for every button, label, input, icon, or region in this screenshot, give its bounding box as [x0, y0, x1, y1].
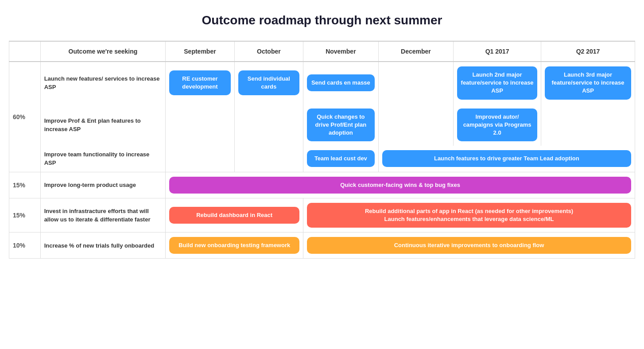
outcome-15-infra: Invest in infrastracture efforts that wi… [40, 198, 166, 232]
card-rebuild-additional: Rebuild additional parts of app in React… [307, 203, 631, 228]
header-sep: September [166, 41, 234, 62]
table-row: 10% Increase % of new trials fully onboa… [9, 233, 635, 259]
pct-60: 60% [9, 62, 41, 172]
cell-60-3-nov: Team lead cust dev [303, 146, 379, 172]
card-launch-3rd: Launch 3rd major feature/service to incr… [545, 66, 631, 100]
header-outcome: Outcome we're seeking [40, 41, 166, 62]
cell-60-1-q1: Launch 2nd major feature/service to incr… [454, 62, 541, 104]
card-quick-wins: Quick customer-facing wins & top bug fix… [169, 177, 631, 194]
cell-60-1-nov: Send cards en masse [303, 62, 379, 104]
table-row: 60% Launch new features/ services to inc… [9, 62, 635, 104]
outcome-60-3: Improve team functionality to increase A… [40, 146, 166, 172]
cell-60-1-sep: RE customer development [166, 62, 234, 104]
pct-15-usage: 15% [9, 172, 41, 198]
card-improved-autor: Improved autor/ campaigns via Programs 2… [457, 109, 537, 142]
card-quick-changes: Quick changes to drive Prof/Ent plan ado… [307, 109, 375, 142]
cell-10-sep-oct: Build new onboarding testing framework [166, 233, 303, 259]
card-team-lead: Team lead cust dev [307, 150, 375, 167]
cell-15-infra-nov-q2: Rebuild additional parts of app in React… [303, 198, 635, 232]
table-row: 15% Improve long-term product usage Quic… [9, 172, 635, 198]
card-send-en-masse: Send cards en masse [307, 74, 375, 91]
table-row: Improve team functionality to increase A… [9, 146, 635, 172]
cell-10-nov-q2: Continuous iterative improvements to onb… [303, 233, 635, 259]
card-launch-2nd: Launch 2nd major feature/service to incr… [457, 66, 537, 100]
cell-60-2-dec [378, 104, 454, 146]
cell-15-usage-span: Quick customer-facing wins & top bug fix… [166, 172, 635, 198]
table-header: Outcome we're seeking September October … [9, 41, 635, 62]
cell-60-2-nov: Quick changes to drive Prof/Ent plan ado… [303, 104, 379, 146]
card-send-individual: Send individual cards [238, 70, 299, 95]
header-pct [9, 41, 41, 62]
header-nov: November [303, 41, 379, 62]
cell-60-2-sep [166, 104, 234, 146]
cell-60-3-sep [166, 146, 234, 172]
header-q2: Q2 2017 [541, 41, 635, 62]
card-rebuild-dashboard: Rebuild dashboard in React [169, 207, 299, 224]
cell-60-2-oct [234, 104, 303, 146]
page-title: Outcome roadmap through next summer [9, 9, 635, 27]
cell-60-2-q1: Improved autor/ campaigns via Programs 2… [454, 104, 541, 146]
outcome-15-usage: Improve long-term product usage [40, 172, 166, 198]
cell-60-3-dec-q1: Launch features to drive greater Team Le… [378, 146, 635, 172]
card-re-customer: RE customer development [169, 70, 230, 95]
header-oct: October [234, 41, 303, 62]
cell-60-1-oct: Send individual cards [234, 62, 303, 104]
header-dec: December [378, 41, 454, 62]
card-continuous-improvements: Continuous iterative improvements to onb… [307, 237, 631, 254]
card-launch-features-team: Launch features to drive greater Team Le… [382, 150, 631, 167]
outcome-10: Increase % of new trials fully onboarded [40, 233, 166, 259]
header-q1: Q1 2017 [454, 41, 541, 62]
outcome-60-2: Improve Prof & Ent plan features to incr… [40, 104, 166, 146]
cell-60-1-dec [378, 62, 454, 104]
cell-60-2-q2 [541, 104, 635, 146]
cell-60-1-q2: Launch 3rd major feature/service to incr… [541, 62, 635, 104]
table-row: Improve Prof & Ent plan features to incr… [9, 104, 635, 146]
pct-10: 10% [9, 233, 41, 259]
card-build-onboarding: Build new onboarding testing framework [169, 237, 299, 254]
cell-15-infra-sep-oct: Rebuild dashboard in React [166, 198, 303, 232]
pct-15-infra: 15% [9, 198, 41, 232]
outcome-60-1: Launch new features/ services to increas… [40, 62, 166, 104]
table-row: 15% Invest in infrastracture efforts tha… [9, 198, 635, 232]
cell-60-3-oct [234, 146, 303, 172]
